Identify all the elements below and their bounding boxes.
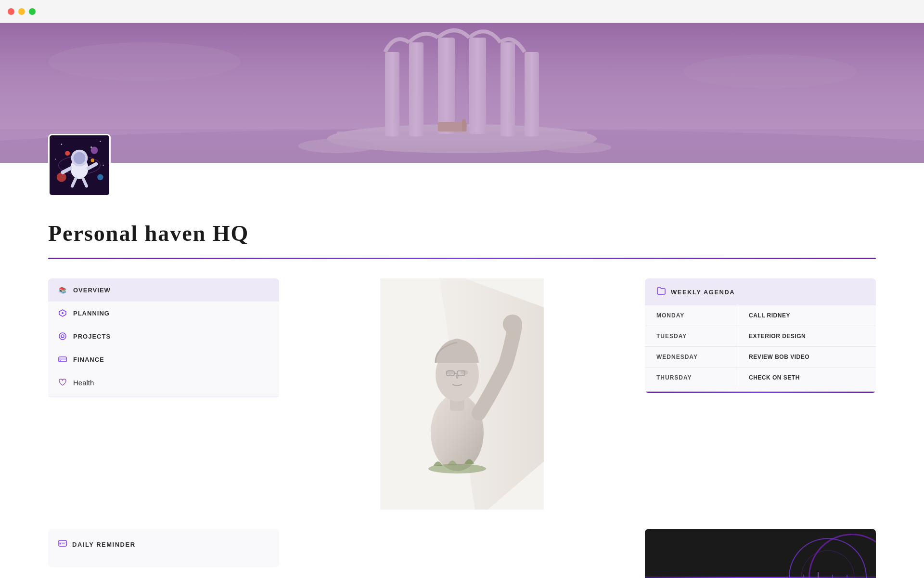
- agenda-table: MONDAY CALL RIDNEY TUESDAY EXTERIOR DESI…: [645, 305, 876, 388]
- agenda-row-thursday: THURSDAY CHECK ON SETH: [645, 368, 876, 388]
- page-title: Personal haven HQ: [48, 221, 876, 246]
- planning-icon: [58, 308, 67, 318]
- svg-point-25: [57, 172, 66, 182]
- agenda-divider: [645, 392, 876, 393]
- finance-icon: [58, 355, 67, 364]
- svg-point-24: [91, 147, 98, 154]
- agenda-day-tuesday: TUESDAY: [645, 326, 737, 346]
- agenda-header: WEEKLY AGENDA: [645, 278, 876, 305]
- agenda-row-tuesday: TUESDAY EXTERIOR DESIGN: [645, 326, 876, 347]
- daily-reminder-title: DAILY REMINDER: [72, 541, 136, 548]
- svg-point-35: [65, 151, 70, 156]
- agenda-day-thursday: THURSDAY: [645, 368, 737, 388]
- nav-bottom-divider: [48, 396, 279, 396]
- sidebar-item-finance[interactable]: FINANCE: [48, 348, 279, 371]
- page-content: Personal haven HQ 📚 OVERVIEW PLANNING: [0, 211, 924, 578]
- agenda-row-wednesday: WEDNESDAY REVIEW BOB VIDEO: [645, 347, 876, 368]
- svg-point-38: [59, 333, 66, 340]
- astronaut-icon: [50, 135, 109, 195]
- avatar: [48, 134, 111, 197]
- sidebar-item-label-projects: PROJECTS: [73, 333, 111, 340]
- projects-icon: [58, 331, 67, 341]
- svg-point-22: [55, 158, 56, 159]
- sidebar-item-label-planning: PLANNING: [73, 310, 110, 317]
- reminder-icon: [58, 539, 67, 550]
- overview-icon: 📚: [58, 285, 67, 295]
- sidebar-item-label-finance: FINANCE: [73, 356, 104, 363]
- svg-rect-9: [500, 42, 515, 136]
- title-divider: [48, 258, 876, 259]
- sidebar-item-projects[interactable]: PROJECTS: [48, 325, 279, 348]
- svg-point-59: [789, 539, 866, 578]
- svg-rect-7: [438, 38, 455, 134]
- svg-rect-8: [469, 38, 486, 134]
- agenda-row-monday: MONDAY CALL RIDNEY: [645, 305, 876, 326]
- svg-point-15: [48, 42, 241, 81]
- sidebar-item-planning[interactable]: PLANNING: [48, 302, 279, 325]
- agenda-task-tuesday: EXTERIOR DESIGN: [737, 326, 876, 346]
- agenda-day-wednesday: WEDNESDAY: [645, 347, 737, 367]
- sidebar-item-health[interactable]: Health: [48, 371, 279, 394]
- agenda-task-thursday: CHECK ON SETH: [737, 368, 876, 388]
- svg-point-19: [61, 144, 62, 144]
- bottom-grid: DAILY REMINDER: [48, 529, 876, 578]
- svg-rect-5: [385, 52, 399, 136]
- minimize-button[interactable]: [18, 8, 25, 15]
- svg-rect-10: [525, 52, 539, 136]
- health-icon: [58, 378, 67, 387]
- main-grid: 📚 OVERVIEW PLANNING: [48, 278, 876, 510]
- svg-point-23: [103, 165, 103, 166]
- svg-rect-11: [438, 122, 467, 131]
- svg-point-36: [91, 158, 94, 162]
- agenda-day-monday: MONDAY: [645, 305, 737, 326]
- svg-point-57: [60, 543, 61, 545]
- sidebar-item-overview[interactable]: 📚 OVERVIEW: [48, 278, 279, 302]
- svg-point-26: [97, 174, 103, 180]
- agenda-header-text: WEEKLY AGENDA: [671, 289, 735, 296]
- agenda-panel: WEEKLY AGENDA MONDAY CALL RIDNEY TUESDAY…: [645, 278, 876, 393]
- statue-image: [380, 278, 544, 510]
- agenda-task-wednesday: REVIEW BOB VIDEO: [737, 347, 876, 367]
- center-image-area: [308, 278, 616, 510]
- daily-reminder-panel: DAILY REMINDER: [48, 529, 279, 567]
- svg-point-30: [74, 152, 86, 164]
- folder-icon: [656, 286, 666, 298]
- close-button[interactable]: [8, 8, 14, 15]
- sidebar-item-label-health: Health: [73, 379, 94, 387]
- maximize-button[interactable]: [29, 8, 36, 15]
- dark-visualization-panel: [645, 529, 876, 578]
- avatar-container: [48, 134, 924, 197]
- daily-reminder-header: DAILY REMINDER: [58, 539, 270, 550]
- agenda-task-monday: CALL RIDNEY: [737, 305, 876, 326]
- svg-rect-12: [462, 119, 466, 131]
- svg-point-42: [60, 360, 61, 361]
- sidebar-item-label-overview: OVERVIEW: [73, 287, 111, 294]
- dark-panel-svg: [645, 529, 876, 578]
- svg-point-16: [683, 54, 857, 88]
- svg-point-60: [801, 551, 854, 578]
- svg-point-21: [100, 141, 101, 142]
- nav-panel: 📚 OVERVIEW PLANNING: [48, 278, 279, 398]
- svg-point-50: [503, 315, 522, 334]
- svg-point-39: [61, 335, 64, 338]
- svg-point-37: [62, 312, 64, 314]
- svg-rect-6: [409, 42, 424, 136]
- svg-rect-56: [59, 542, 66, 543]
- window-chrome: [0, 0, 924, 23]
- svg-rect-41: [59, 358, 66, 360]
- svg-rect-58: [62, 543, 65, 544]
